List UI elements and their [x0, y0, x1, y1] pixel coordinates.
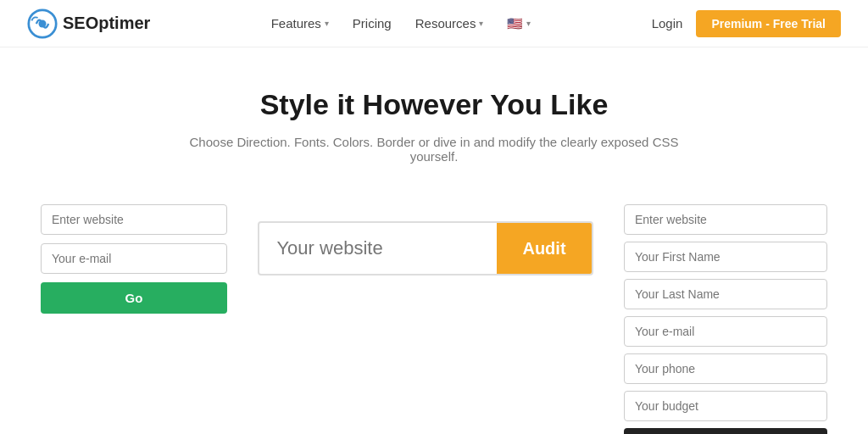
right-website-input[interactable]	[624, 204, 827, 235]
resources-chevron-icon: ▾	[479, 19, 483, 28]
nav-pricing[interactable]: Pricing	[353, 16, 392, 31]
right-budget-input[interactable]	[624, 391, 827, 421]
left-email-input[interactable]	[41, 243, 227, 274]
flag-icon: 🇺🇸	[507, 16, 523, 31]
nav-features[interactable]: Features ▾	[271, 16, 329, 31]
widgets-row: Go Audit Review My Site!	[0, 177, 868, 434]
language-selector[interactable]: 🇺🇸 ▾	[507, 16, 531, 31]
nav-right-actions: Login Premium - Free Trial	[652, 10, 841, 37]
go-button[interactable]: Go	[41, 282, 227, 314]
logo-icon	[27, 8, 58, 39]
right-lastname-input[interactable]	[624, 279, 827, 309]
right-phone-input[interactable]	[624, 353, 827, 384]
widget-right: Review My Site!	[624, 204, 827, 434]
hero-title: Style it However You Like	[27, 88, 841, 121]
audit-button[interactable]: Audit	[497, 223, 591, 274]
widget-center: Audit	[258, 221, 593, 275]
right-email-input[interactable]	[624, 316, 827, 347]
logo-area: SEOptimer	[27, 8, 150, 39]
nav-links: Features ▾ Pricing Resources ▾ 🇺🇸 ▾	[271, 16, 531, 31]
premium-button[interactable]: Premium - Free Trial	[696, 10, 841, 37]
nav-resources[interactable]: Resources ▾	[415, 16, 484, 31]
left-website-input[interactable]	[41, 204, 227, 235]
right-firstname-input[interactable]	[624, 242, 827, 272]
center-website-input[interactable]	[259, 225, 497, 271]
navbar: SEOptimer Features ▾ Pricing Resources ▾…	[0, 0, 868, 47]
hero-section: Style it However You Like Choose Directi…	[0, 47, 868, 177]
hero-subtitle: Choose Direction. Fonts. Colors. Border …	[180, 135, 688, 164]
login-link[interactable]: Login	[652, 16, 683, 31]
review-button[interactable]: Review My Site!	[624, 428, 827, 434]
logo-text: SEOptimer	[63, 14, 150, 33]
widget-left: Go	[41, 204, 227, 314]
features-chevron-icon: ▾	[325, 19, 329, 28]
flag-chevron-icon: ▾	[526, 19, 531, 28]
svg-point-1	[39, 19, 47, 27]
